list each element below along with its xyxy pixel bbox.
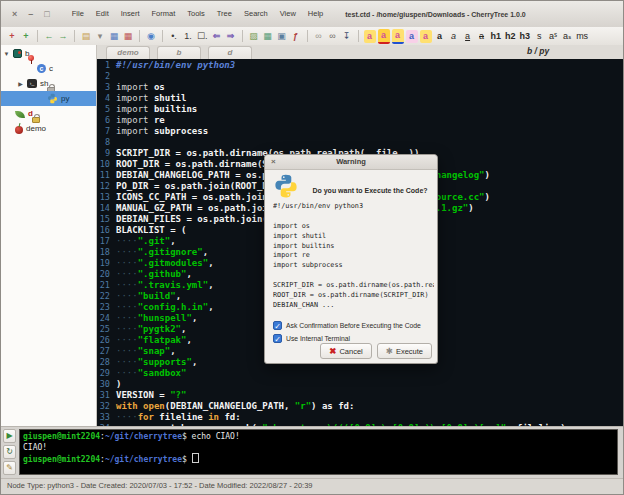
tab-b[interactable]: b: [157, 46, 201, 59]
terminal-cursor: [192, 453, 199, 463]
insert-subnode-icon[interactable]: +: [20, 30, 32, 43]
terminal-run-icon[interactable]: ▶: [3, 429, 16, 443]
open-recent-caret-icon[interactable]: ▾: [94, 30, 106, 43]
strikethrough-icon[interactable]: a: [476, 30, 488, 43]
terminal-clear-icon[interactable]: ✎: [3, 461, 16, 475]
fg-color-pick-icon[interactable]: a: [392, 29, 404, 44]
line-number: 14: [97, 203, 110, 214]
code-line: 33····for fileline in fd:: [97, 412, 623, 423]
code-line-text: ····".git",: [116, 236, 176, 247]
line-number: 18: [97, 247, 110, 258]
terminal-restart-icon[interactable]: ↻: [3, 445, 16, 459]
minimize-button[interactable]: –: [28, 9, 33, 19]
checkbox-checked-icon[interactable]: ✓: [273, 321, 282, 330]
terminal[interactable]: giuspen@mint2204:~/git/cherrytree$ echo …: [19, 429, 618, 475]
dialog-close-icon[interactable]: ×: [271, 155, 276, 169]
line-number: 24: [97, 313, 110, 324]
execute-button[interactable]: ✱ Execute: [377, 343, 432, 359]
code-line-text: ····".gitignore",: [116, 247, 208, 258]
bg-color-icon[interactable]: a: [378, 29, 390, 44]
tab-demo[interactable]: demo: [106, 46, 150, 59]
execute-gear-icon: ✱: [386, 346, 393, 356]
superscript-icon[interactable]: aˢ: [547, 30, 559, 43]
leaf-icon: [15, 111, 25, 118]
menu-format[interactable]: Format: [146, 1, 182, 27]
fg-color-icon[interactable]: a: [364, 30, 376, 43]
line-number: 30: [97, 379, 110, 390]
line-number: 11: [97, 170, 110, 181]
menu-insert[interactable]: Insert: [115, 1, 146, 27]
find-icon[interactable]: ◉: [145, 30, 157, 43]
cancel-button[interactable]: ✖ Cancel: [320, 343, 371, 359]
insert-link-icon[interactable]: ∞: [313, 30, 325, 43]
tree-node-demo[interactable]: demo: [1, 121, 96, 136]
tree-node-sh[interactable]: ▶›_sh: [1, 76, 96, 91]
tree-node-c[interactable]: cc: [1, 61, 96, 76]
menu-help[interactable]: Help: [302, 1, 329, 27]
small-icon[interactable]: s: [533, 30, 545, 43]
menu-view[interactable]: View: [274, 1, 302, 27]
tab-d[interactable]: d: [208, 46, 252, 59]
save-icon[interactable]: ▦: [108, 30, 120, 43]
underline-icon[interactable]: a: [462, 30, 474, 43]
python-icon: [47, 93, 58, 104]
code-line-text: ····"build",: [116, 291, 181, 302]
menu-tools[interactable]: Tools: [181, 1, 211, 27]
menu-tree[interactable]: Tree: [211, 1, 238, 27]
subscript-icon[interactable]: aₛ: [561, 30, 573, 43]
close-button[interactable]: ×: [12, 9, 17, 19]
h1-icon[interactable]: h1: [490, 30, 503, 43]
checkbox-checked-icon[interactable]: ✓: [273, 334, 282, 343]
line-number: 7: [97, 126, 110, 137]
insert-file-link-icon[interactable]: ∞: [327, 30, 339, 43]
menu-search[interactable]: Search: [238, 1, 274, 27]
indent-increase-icon[interactable]: ⇒: [225, 30, 237, 43]
cherrytree-window: ×–□ FileEditInsertFormatToolsTreeSearchV…: [0, 0, 624, 495]
insert-latex-icon[interactable]: ƒ: [290, 30, 302, 43]
open-file-icon[interactable]: ▤: [80, 30, 92, 43]
insert-codebox-icon[interactable]: ▣: [276, 30, 288, 43]
tree-node-d[interactable]: d: [1, 106, 96, 121]
h3-icon[interactable]: h3: [519, 30, 532, 43]
code-line: 29····"sandbox": [97, 368, 623, 379]
tree-node-py[interactable]: py: [1, 91, 96, 106]
python-logo-icon: [273, 173, 299, 199]
cancel-x-icon: ✖: [329, 346, 336, 356]
go-forward-icon[interactable]: →: [57, 30, 69, 43]
save-as-icon[interactable]: ▦: [122, 30, 134, 43]
style-latest-icon[interactable]: a: [406, 30, 418, 43]
execute-code-dialog: × Warning Do you want to Execute the Cod…: [264, 154, 438, 364]
dialog-code-line: [273, 212, 434, 222]
insert-table-icon[interactable]: ▦: [262, 30, 274, 43]
indent-decrease-icon[interactable]: ⇐: [211, 30, 223, 43]
monospace-icon[interactable]: ms: [575, 30, 589, 43]
code-line-text: ····".github",: [116, 269, 192, 280]
menu-file[interactable]: File: [66, 1, 90, 27]
bulleted-list-icon[interactable]: •.: [168, 30, 180, 43]
code-line-text: ····for fileline in fd:: [116, 412, 241, 423]
tree-node-b[interactable]: ▼b: [1, 46, 96, 61]
toolbar-separator: [162, 30, 163, 42]
insert-image-icon[interactable]: ▨: [248, 30, 260, 43]
italic-icon[interactable]: a: [448, 30, 460, 43]
insert-anchor-icon[interactable]: ↧: [341, 30, 353, 43]
bold-icon[interactable]: a: [434, 30, 446, 43]
code-line-text: ): [116, 379, 121, 390]
todo-list-icon[interactable]: ☐.: [196, 30, 209, 43]
maximize-button[interactable]: □: [44, 9, 49, 19]
expander-closed-icon[interactable]: ▶: [17, 80, 24, 87]
node-tree[interactable]: ▼bcc▶›_shpyddemo: [1, 45, 97, 427]
toolbar-separator: [139, 30, 140, 42]
insert-node-icon[interactable]: +: [6, 30, 18, 43]
expander-open-icon[interactable]: ▼: [3, 51, 10, 57]
dialog-checkboxes: ✓Ask Confirmation Before Executing the C…: [273, 319, 421, 345]
code-line-text: ····"config.h.in",: [116, 302, 214, 313]
menu-edit[interactable]: Edit: [90, 1, 115, 27]
h2-icon[interactable]: h2: [504, 30, 517, 43]
code-line-text: import os: [116, 82, 165, 93]
numbered-list-icon[interactable]: 1.: [182, 30, 194, 43]
code-line: 32with open(DEBIAN_CHANGELOG_PATH, "r") …: [97, 401, 623, 412]
go-back-icon[interactable]: ←: [43, 30, 55, 43]
style-apply-icon[interactable]: a: [420, 30, 432, 43]
line-number: 27: [97, 346, 110, 357]
